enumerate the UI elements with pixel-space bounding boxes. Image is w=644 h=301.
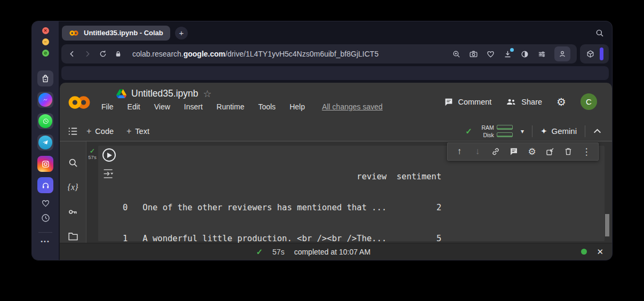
scrollbar-thumb[interactable] (605, 214, 609, 236)
sidebar-secrets-key-icon[interactable] (67, 207, 78, 217)
zoom-window-button[interactable]: ⊘ (42, 50, 49, 57)
account-icon[interactable] (554, 46, 570, 61)
move-cell-up-icon[interactable]: ↑ (450, 143, 468, 160)
favorites-heart-icon[interactable] (41, 199, 51, 208)
url-text[interactable]: colab.research.google.com/drive/1L4TY1yv… (132, 50, 445, 58)
menu-runtime[interactable]: Runtime (217, 102, 244, 111)
gemini-sparkle-icon: ✦ (540, 126, 547, 136)
more-actions-icon[interactable]: ⋮ (577, 143, 595, 160)
forward-icon[interactable] (83, 50, 92, 58)
execution-summary: ✓ 57s (86, 147, 98, 160)
star-icon[interactable]: ☆ (203, 89, 212, 99)
run-cell-button[interactable] (102, 148, 116, 162)
execution-time: 57s (86, 154, 98, 160)
navigation-bar: colab.research.google.com/drive/1L4TY1yv… (61, 44, 609, 64)
bookmarks-bar[interactable] (61, 66, 609, 80)
browser-window: ✕ − ⊘ (32, 21, 612, 260)
more-apps-button[interactable]: ••• (41, 238, 50, 244)
theme-toggle-icon[interactable] (520, 50, 529, 59)
comment-icon (444, 97, 454, 107)
sidebar-search-icon[interactable] (68, 157, 78, 168)
settings-sliders-icon[interactable] (537, 50, 546, 59)
web-content: Untitled35.ipynb ☆ File Edit View Insert… (60, 83, 612, 260)
back-icon[interactable] (68, 50, 76, 58)
dock-divider (38, 232, 52, 233)
tab-strip: Untitled35.ipynb - Colab + (59, 21, 612, 41)
notebook-sidebar: {x} (60, 141, 86, 243)
telegram-icon[interactable] (37, 134, 53, 150)
url-bar[interactable]: colab.research.google.com/drive/1L4TY1yv… (61, 44, 577, 64)
link-cell-icon[interactable] (487, 143, 505, 160)
close-window-button[interactable]: ✕ (42, 27, 49, 34)
whatsapp-icon[interactable] (37, 113, 53, 129)
messenger-icon[interactable] (37, 92, 53, 108)
disk-usage-bar (497, 132, 513, 137)
resources-indicator[interactable]: RAM Disk (480, 124, 513, 138)
menu-tools[interactable]: Tools (258, 102, 276, 111)
tab-untitled35[interactable]: Untitled35.ipynb - Colab (62, 26, 170, 41)
extension-cube-icon[interactable] (586, 50, 595, 59)
ram-usage-bar (497, 125, 513, 130)
reload-icon[interactable] (99, 50, 107, 58)
notebook-title[interactable]: Untitled35.ipynb (131, 88, 198, 99)
cell-toolbar: ↑ ↓ ⚙ (447, 142, 599, 161)
collapse-toolbar-icon[interactable] (593, 129, 601, 133)
add-text-button[interactable]: +Text (126, 126, 149, 136)
mirror-cell-icon[interactable] (541, 143, 559, 160)
output-line: 1 A wonderful little production. <br /><… (123, 234, 441, 244)
drive-icon (116, 89, 126, 98)
colab-logo[interactable] (67, 96, 92, 109)
colab-header: Untitled35.ipynb ☆ File Edit View Insert… (60, 83, 612, 121)
instagram-icon[interactable] (37, 156, 53, 172)
colab-favicon (69, 30, 79, 36)
history-clock-icon[interactable] (41, 213, 51, 223)
gemini-button[interactable]: ✦ Gemini (540, 126, 577, 136)
tab-title: Untitled35.ipynb - Colab (84, 29, 163, 37)
menu-help[interactable]: Help (290, 102, 305, 111)
comment-button[interactable]: Comment (444, 97, 492, 107)
close-status-bar-icon[interactable]: ✕ (597, 247, 603, 257)
share-button[interactable]: Share (506, 98, 542, 106)
share-people-icon (506, 98, 516, 106)
minimize-window-button[interactable]: − (42, 38, 49, 45)
headphones-icon[interactable] (37, 177, 53, 193)
traffic-lights: ✕ − ⊘ (42, 27, 49, 57)
add-code-button[interactable]: +Code (86, 126, 114, 136)
menu-edit[interactable]: Edit (128, 102, 140, 111)
settings-gear-icon[interactable]: ⚙ (556, 97, 566, 107)
kernel-status-dot (581, 249, 587, 255)
shopping-bag-icon[interactable] (37, 70, 53, 86)
new-tab-button[interactable]: + (175, 27, 188, 39)
cell-output: review sentiment 0 One of the other revi… (123, 151, 441, 260)
table-of-contents-icon[interactable] (60, 127, 86, 136)
comment-cell-icon[interactable] (505, 143, 523, 160)
output-line: 0 One of the other reviewers has mention… (123, 203, 441, 213)
sidebar-variables-icon[interactable]: {x} (68, 183, 78, 192)
connected-check-icon: ✓ (465, 126, 472, 136)
sidebar-files-folder-icon[interactable] (68, 232, 78, 241)
search-icon[interactable] (595, 28, 605, 38)
notebook-area: ✓ 57s (86, 141, 612, 243)
zoom-in-icon[interactable] (452, 50, 461, 59)
resources-dropdown-icon[interactable]: ▾ (521, 128, 524, 135)
output-line: review sentiment (123, 172, 441, 182)
executed-check-icon: ✓ (86, 147, 98, 155)
extensions-area (580, 44, 609, 64)
move-cell-down-icon[interactable]: ↓ (468, 143, 487, 160)
menu-insert[interactable]: Insert (184, 102, 203, 111)
lock-icon (114, 50, 122, 58)
downloads-icon[interactable] (503, 50, 512, 59)
delete-cell-trash-icon[interactable] (559, 143, 577, 160)
download-badge (510, 48, 514, 52)
bookmark-heart-icon[interactable] (486, 50, 495, 59)
notebook-toolbar: +Code +Text ✓ RAM Disk ▾ ✦ Gemini (60, 121, 612, 141)
avatar[interactable]: C (581, 93, 597, 110)
browser-sidebar: ✕ − ⊘ (32, 21, 59, 260)
screenshot-camera-icon[interactable] (469, 50, 478, 59)
cell-settings-gear-icon[interactable]: ⚙ (523, 143, 541, 160)
autosave-status[interactable]: All changes saved (322, 102, 383, 111)
menu-file[interactable]: File (101, 102, 114, 111)
sidebar-toggle-pill[interactable] (600, 47, 603, 60)
menu-view[interactable]: View (154, 102, 170, 111)
output-toggle-icon[interactable] (102, 168, 115, 179)
